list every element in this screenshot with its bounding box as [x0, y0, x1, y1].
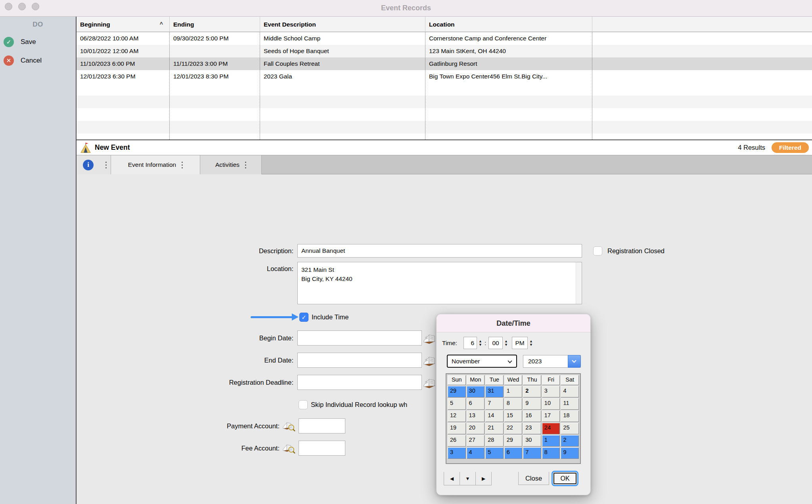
day-cell[interactable]: 29 [448, 386, 466, 397]
payment-account-input[interactable] [299, 418, 345, 433]
day-cell[interactable]: 5 [448, 398, 466, 410]
day-cell[interactable]: 9 [561, 447, 579, 459]
table-row[interactable]: 10/01/2022 12:00 AMSeeds of Hope Banquet… [77, 45, 812, 57]
day-cell[interactable]: 29 [504, 435, 523, 447]
day-cell[interactable]: 16 [523, 410, 541, 422]
begin-date-input[interactable] [297, 330, 422, 346]
day-cell[interactable]: 6 [504, 447, 523, 459]
day-cell[interactable]: 31 [485, 386, 504, 397]
column-header-ending[interactable]: Ending [170, 17, 260, 32]
registration-deadline-picker-icon[interactable] [423, 376, 436, 388]
day-cell[interactable]: 28 [485, 435, 504, 447]
prev-month-button[interactable]: ◀ [444, 472, 460, 485]
location-textarea[interactable]: 321 Main St Big City, KY 44240 [297, 262, 582, 304]
column-header-location[interactable]: Location [425, 17, 592, 32]
registration-closed-checkbox[interactable] [593, 246, 602, 256]
month-menu-button[interactable]: ▼ [460, 472, 476, 485]
cancel-button[interactable]: ✕ Cancel [0, 55, 76, 67]
begin-date-picker-icon[interactable] [423, 332, 436, 344]
day-cell[interactable]: 1 [504, 386, 523, 397]
tab-event-information[interactable]: Event Information [111, 155, 200, 174]
tab-bar: i Event Information Activities [77, 155, 812, 174]
tab-activities[interactable]: Activities [200, 155, 262, 174]
table-row[interactable]: 11/10/2023 6:00 PM11/11/2023 3:00 PMFall… [77, 57, 812, 70]
day-cell[interactable]: 19 [448, 423, 466, 434]
month-select[interactable]: November [447, 355, 517, 368]
chevron-down-icon [572, 358, 576, 363]
filtered-badge[interactable]: Filtered [772, 142, 809, 153]
day-cell[interactable]: 5 [485, 447, 504, 459]
day-cell[interactable]: 4 [467, 447, 485, 459]
minute-stepper[interactable]: ▲▼ [503, 337, 509, 349]
day-cell[interactable]: 12 [448, 410, 466, 422]
save-button[interactable]: ✓ Save [0, 37, 76, 48]
meridiem-stepper[interactable]: ▲▼ [528, 337, 534, 349]
registration-deadline-input[interactable] [297, 375, 422, 390]
day-cell[interactable]: 11 [561, 398, 579, 410]
day-cell[interactable]: 23 [523, 423, 541, 434]
year-select[interactable]: 2023 [523, 355, 581, 368]
day-cell[interactable]: 25 [561, 423, 579, 434]
day-cell[interactable]: 9 [523, 398, 541, 410]
include-time-checkbox[interactable]: ✓ [299, 313, 308, 322]
next-month-button[interactable]: ▶ [476, 472, 492, 485]
day-cell[interactable]: 7 [523, 447, 541, 459]
day-cell[interactable]: 27 [467, 435, 485, 447]
info-button[interactable]: i [77, 155, 111, 174]
column-header-beginning[interactable]: Beginning ^ [77, 17, 170, 32]
payment-account-label: Payment Account: [161, 418, 280, 433]
day-cell[interactable]: 8 [504, 398, 523, 410]
table-row[interactable]: 12/01/2023 6:30 PM12/01/2023 8:30 PM2023… [77, 70, 812, 83]
day-cell[interactable]: 2 [523, 386, 541, 397]
results-count: 4 Results [738, 144, 765, 151]
close-button[interactable]: Close [518, 472, 549, 485]
day-cell[interactable]: 8 [542, 447, 560, 459]
day-cell[interactable]: 30 [467, 386, 485, 397]
day-cell[interactable]: 2 [561, 435, 579, 447]
table-row[interactable]: 06/28/2022 10:00 AM09/30/2022 5:00 PMMid… [77, 32, 812, 45]
day-cell[interactable]: 3 [542, 386, 560, 397]
menu-dots-icon [105, 162, 107, 168]
minute-input[interactable]: 00 [488, 337, 503, 349]
day-cell[interactable]: 3 [448, 447, 466, 459]
description-input[interactable]: Annual Banquet [297, 244, 582, 258]
day-cell[interactable]: 13 [467, 410, 485, 422]
fee-account-input[interactable] [299, 441, 345, 456]
day-cell[interactable]: 18 [561, 410, 579, 422]
record-bar: New Event 4 Results Filtered [77, 139, 812, 155]
day-cell[interactable]: 6 [467, 398, 485, 410]
day-cell[interactable]: 4 [561, 386, 579, 397]
day-cell[interactable]: 20 [467, 423, 485, 434]
hour-input[interactable]: 6 [463, 337, 477, 349]
fee-account-lookup-icon[interactable] [282, 442, 296, 454]
day-cell[interactable]: 24 [542, 423, 560, 434]
skip-lookup-checkbox[interactable] [299, 400, 308, 409]
sort-asc-icon: ^ [160, 17, 163, 32]
hour-stepper[interactable]: ▲▼ [477, 337, 483, 349]
day-cell[interactable]: 22 [504, 423, 523, 434]
year-dropdown-button[interactable] [568, 355, 581, 368]
column-header-description[interactable]: Event Description [260, 17, 425, 32]
titlebar: Event Records [0, 0, 812, 17]
location-label: Location: [174, 263, 293, 275]
day-cell[interactable]: 21 [485, 423, 504, 434]
end-date-input[interactable] [297, 353, 422, 368]
day-cell[interactable]: 15 [504, 410, 523, 422]
day-cell[interactable]: 17 [542, 410, 560, 422]
day-cell[interactable]: 14 [485, 410, 504, 422]
location-scrollbar[interactable] [576, 262, 582, 304]
day-cell[interactable]: 10 [542, 398, 560, 410]
ok-button[interactable]: OK [553, 473, 576, 484]
payment-account-lookup-icon[interactable] [282, 420, 296, 432]
day-cell[interactable]: 7 [485, 398, 504, 410]
cell-ending: 12/01/2023 8:30 PM [170, 70, 260, 83]
day-cell[interactable]: 26 [448, 435, 466, 447]
record-title: New Event [95, 143, 130, 152]
cell-description: Fall Couples Retreat [260, 57, 425, 70]
meridiem-input[interactable]: PM [512, 337, 528, 349]
day-cell[interactable]: 30 [523, 435, 541, 447]
day-cell[interactable]: 1 [542, 435, 560, 447]
app-window: Event Records DO ✓ Save ✕ Cancel Beginni… [0, 0, 812, 504]
sidebar-heading: DO [0, 21, 76, 29]
end-date-picker-icon[interactable] [423, 354, 436, 366]
